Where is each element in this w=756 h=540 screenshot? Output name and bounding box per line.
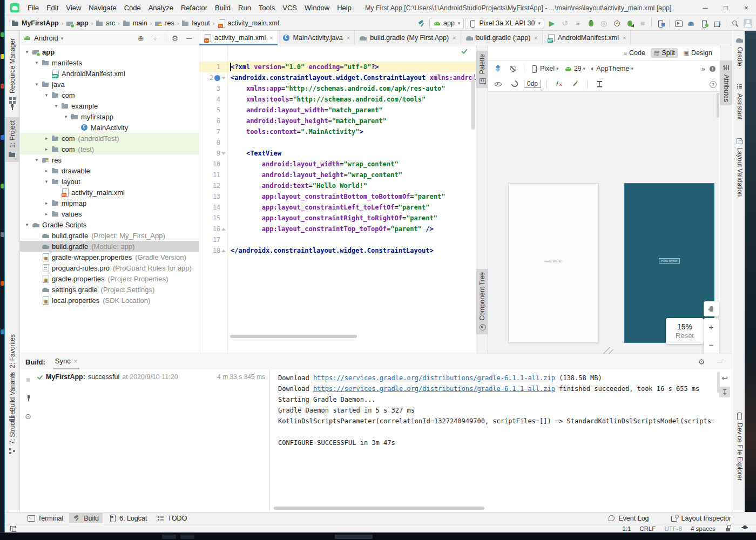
tool-tab-palette[interactable]: Palette (476, 51, 488, 88)
console-link[interactable]: https://services.gradle.org/distribution… (313, 374, 555, 382)
menu-code[interactable]: Code (120, 1, 145, 15)
tree-arrow-icon[interactable]: ▾ (34, 82, 39, 87)
build-settings-button[interactable]: ⚙ (695, 356, 708, 368)
close-icon[interactable]: × (623, 35, 626, 41)
breadcrumb-src[interactable]: src (94, 19, 116, 28)
code-editor[interactable]: 123456789101112131415161718 <?xml versio… (199, 45, 476, 354)
zoom-in-button[interactable]: + (709, 323, 714, 331)
tree-arrow-icon[interactable]: ▾ (24, 222, 30, 227)
tool-tab-component-tree[interactable]: Component Tree (476, 269, 488, 334)
theme-select[interactable]: ◐ AppTheme▾ (589, 64, 635, 73)
build-tab-sync[interactable]: Sync × (53, 354, 79, 369)
tool-window-button-todo[interactable]: TODO (153, 513, 191, 523)
sync-project-with-gradle-button[interactable] (685, 17, 698, 29)
tool-window-button-logcat[interactable]: 6: Logcat (105, 513, 151, 523)
tree-item-com[interactable]: ▸com(androidTest) (20, 133, 199, 144)
profile-avatar-button[interactable] (741, 17, 754, 29)
tool-tab-structure[interactable]: 7: Structure (5, 408, 19, 458)
menu-analyze[interactable]: Analyze (145, 1, 177, 15)
stop-build-button[interactable]: ■ (22, 374, 35, 386)
target-device-select[interactable]: Pixel 3a XL API 30 ▾ (465, 18, 544, 29)
pinned-tool-icon[interactable] (5, 100, 19, 114)
collapse-all-button[interactable]: ÷ (148, 32, 161, 44)
tool-tab-attributes[interactable]: Attributes (720, 60, 732, 105)
tree-item-activity-main-xml[interactable]: activity_main.xml (20, 187, 199, 198)
code-line-17[interactable] (231, 234, 476, 245)
menu-edit[interactable]: Edit (43, 1, 62, 15)
tree-item-build-gradle[interactable]: build.gradle(Project: My_First_App) (20, 230, 199, 241)
editor-horizontal-scrollbar[interactable] (230, 335, 357, 338)
close-icon[interactable]: × (347, 35, 350, 41)
console-link[interactable]: https://services.gradle.org/distribution… (313, 385, 555, 393)
tree-arrow-icon[interactable]: ▾ (63, 114, 69, 119)
tree-item-local-properties[interactable]: local.properties(SDK Location) (20, 295, 199, 306)
tree-item-gradle-properties[interactable]: gradle.properties(Project Properties) (20, 273, 199, 284)
device-select[interactable]: Pixel▾ (529, 64, 561, 73)
infer-constraints-button[interactable] (569, 78, 582, 90)
code-line-13[interactable]: app:layout_constraintBottom_toBottomOf="… (231, 191, 476, 202)
status-line-separator[interactable]: CRLF (639, 525, 656, 532)
code-line-14[interactable]: app:layout_constraintLeft_toLeftOf="pare… (231, 202, 476, 213)
tree-item-example[interactable]: ▾example (20, 100, 199, 111)
code-line-1[interactable]: <?xml version="1.0" encoding="utf-8"?> (231, 62, 476, 72)
tool-tab-project[interactable]: 1: Project (5, 117, 19, 162)
fold-marker-icon[interactable] (221, 249, 226, 252)
code-line-8[interactable] (231, 137, 476, 148)
rerun-debug-button[interactable] (623, 17, 636, 29)
scroll-to-end-button[interactable]: ↧ (719, 387, 730, 397)
status-indent-style[interactable]: 4 spaces (691, 525, 716, 532)
code-line-16[interactable]: app:layout_constraintTop_toTopOf="parent… (231, 224, 476, 234)
stop-button[interactable]: ■ (636, 17, 649, 29)
design-canvas[interactable]: Hello World! Hello World! 15% Reset + − … (488, 92, 720, 354)
tree-item-build-gradle[interactable]: build.gradle(Module: app) (20, 241, 199, 252)
code-line-12[interactable]: android:text="Hello World!" (231, 180, 476, 191)
attach-profiler-button[interactable]: ◎ (597, 17, 610, 29)
menu-build[interactable]: Build (211, 1, 234, 15)
context-class-icon[interactable] (214, 75, 220, 81)
status-cursor-position[interactable]: 1:1 (622, 525, 631, 532)
breadcrumb-layout[interactable]: layout (180, 19, 211, 28)
pin-tab-button[interactable] (22, 392, 35, 404)
tool-window-toggle-icon[interactable] (9, 524, 17, 532)
build-splitter[interactable] (269, 369, 270, 512)
tree-item-com[interactable]: ▸com(test) (20, 144, 199, 154)
tree-arrow-icon[interactable]: ▸ (44, 200, 49, 206)
design-preview[interactable]: Hello World! (508, 183, 598, 343)
breadcrumb-app[interactable]: app (65, 19, 89, 28)
breadcrumb-main[interactable]: main (122, 19, 148, 28)
api-level-select[interactable]: 29▾ (563, 64, 587, 73)
status-lock-icon[interactable] (724, 524, 732, 532)
build-hammer-button[interactable] (415, 17, 428, 29)
build-status-row[interactable]: MyFirstApp: successful at 2020/9/10 11:2… (36, 372, 269, 382)
editor-tab-mainactivity-java[interactable]: MainActivity.java× (278, 31, 355, 45)
zoom-reset-button[interactable]: Reset (676, 332, 694, 340)
tool-tab-resource-manager[interactable]: Resource Manager (5, 35, 19, 107)
mode-design-button[interactable]: ▣Design (680, 48, 716, 58)
windows-taskbar[interactable] (0, 532, 756, 540)
disable-tools-button[interactable] (507, 63, 519, 75)
overflow-chevrons[interactable]: » (701, 65, 705, 73)
tree-arrow-icon[interactable]: ▾ (44, 92, 49, 98)
tree-item-app[interactable]: ▾app (20, 46, 199, 57)
editor-vertical-scrollbar[interactable] (471, 76, 475, 130)
view-options-button[interactable] (491, 78, 504, 90)
fold-marker-icon[interactable] (221, 228, 226, 231)
code-line-11[interactable]: android:layout_height="wrap_content" (231, 170, 476, 180)
menu-help[interactable]: Help (333, 1, 355, 15)
tree-item-mipmap[interactable]: ▸mipmap (20, 198, 199, 208)
tool-window-button-build[interactable]: Build (69, 513, 103, 523)
tree-arrow-icon[interactable]: ▾ (24, 49, 30, 55)
hide-panel-button[interactable]: ─ (183, 32, 195, 44)
fold-marker-icon[interactable] (221, 77, 226, 79)
zoom-out-button[interactable]: − (709, 341, 714, 349)
tree-arrow-icon[interactable]: ▸ (44, 168, 49, 173)
project-settings-button[interactable]: ⚙ (168, 32, 181, 44)
profile-button[interactable] (610, 17, 623, 29)
window-minimize-button[interactable]: ─ (695, 0, 716, 16)
tree-arrow-icon[interactable]: ▾ (44, 179, 49, 184)
tree-arrow-icon[interactable]: ▸ (44, 211, 49, 217)
code-line-3[interactable]: xmlns:app="http://schemas.android.com/ap… (231, 83, 476, 94)
menu-navigate[interactable]: Navigate (85, 1, 120, 15)
clear-constraints-button[interactable] (552, 78, 565, 90)
tree-item-res[interactable]: ▾res (20, 154, 199, 165)
